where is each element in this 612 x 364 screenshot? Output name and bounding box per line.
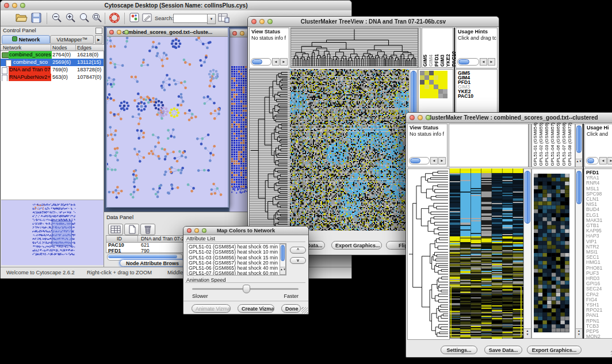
dialog-button[interactable]: Done bbox=[281, 304, 301, 313]
main-title-bar[interactable]: Cytoscape Desktop (Session Name: collins… bbox=[1, 1, 351, 11]
attribute-listbox[interactable]: GPL51-01 (GSM854) heat shock 05 minGPL51… bbox=[187, 243, 286, 275]
column-label[interactable]: PFD1 bbox=[434, 54, 439, 67]
zoom-window-icon[interactable] bbox=[426, 115, 431, 120]
dialog-title-bar[interactable]: Map Colors to Network bbox=[183, 227, 308, 235]
new-attribute-icon[interactable] bbox=[124, 224, 139, 235]
table-mode-icon[interactable] bbox=[108, 224, 123, 235]
close-icon[interactable] bbox=[4, 3, 9, 8]
zoom-out-icon[interactable] bbox=[51, 12, 63, 26]
view-status-scrollbar[interactable]: ◀▶ bbox=[251, 58, 288, 66]
heatmap-canvas[interactable] bbox=[290, 69, 409, 231]
close-icon[interactable] bbox=[187, 228, 192, 233]
column-dendrogram-panel[interactable] bbox=[449, 124, 529, 167]
tab-network[interactable]: Network bbox=[2, 35, 50, 44]
zoom-in-icon[interactable] bbox=[65, 12, 76, 26]
scroll-left-icon[interactable]: ◀ bbox=[430, 157, 438, 164]
delete-attribute-trash-icon[interactable] bbox=[140, 224, 155, 235]
column-label[interactable]: YKE2 bbox=[446, 54, 451, 67]
close-icon[interactable] bbox=[232, 31, 237, 36]
attribute-browser-icon[interactable] bbox=[218, 12, 230, 26]
heatmap-vscrollbar[interactable]: ▲▼ bbox=[523, 168, 531, 339]
minimize-icon[interactable] bbox=[117, 30, 121, 35]
column-labels-vscrollbar[interactable]: ▲▼ bbox=[575, 124, 583, 167]
scroll-left-icon[interactable]: ◀ bbox=[480, 58, 487, 66]
zoom-window-icon[interactable] bbox=[20, 3, 25, 8]
attribute-list-vscrollbar[interactable]: ▲▼ bbox=[280, 244, 286, 275]
save-icon[interactable] bbox=[30, 12, 42, 26]
tab-vizmapper[interactable]: VizMapper™ bbox=[50, 35, 94, 44]
column-label[interactable]: GPL51-08 (GSM872) bbox=[567, 122, 572, 166]
scroll-left-icon[interactable]: ◀ bbox=[272, 58, 280, 66]
resize-grip[interactable] bbox=[301, 307, 308, 313]
column-label[interactable]: GPL51-01 (GSM854) bbox=[533, 122, 538, 166]
close-icon[interactable] bbox=[109, 30, 114, 35]
column-label[interactable]: GPL51-03 (GSM856) bbox=[544, 122, 549, 166]
scroll-left-icon[interactable]: ◀ bbox=[599, 157, 607, 164]
help-icon[interactable] bbox=[109, 12, 120, 26]
zoom-window-icon[interactable] bbox=[124, 30, 129, 35]
node-attribute-browser-button[interactable]: Node Attribute Brows bbox=[120, 259, 185, 267]
float-panel-icon[interactable] bbox=[95, 28, 102, 34]
row-label[interactable]: PAC10 bbox=[458, 94, 497, 98]
window-controls[interactable] bbox=[410, 115, 431, 120]
network-canvas[interactable] bbox=[107, 37, 228, 207]
usage-hints-scrollbar[interactable]: ◀▶ bbox=[457, 58, 495, 66]
network-table-row[interactable]: DNA and Tran 07 769(0) 183728(0) bbox=[1, 66, 104, 74]
open-network-icon[interactable] bbox=[15, 12, 28, 26]
close-icon[interactable] bbox=[410, 115, 415, 120]
scroll-right-icon[interactable]: ▶ bbox=[607, 157, 612, 164]
gene-label[interactable]: MON2 bbox=[586, 334, 612, 339]
birdseye-view[interactable] bbox=[1, 200, 104, 265]
annotation-icon[interactable] bbox=[142, 12, 152, 26]
zoom-fit-icon[interactable] bbox=[91, 12, 103, 26]
gene-list-vscrollbar[interactable]: ▲▼ bbox=[575, 168, 583, 339]
more-tabs-button[interactable]: ▶ bbox=[95, 35, 102, 44]
dialog-button[interactable]: Animate Vizmap bbox=[192, 304, 231, 313]
search-input[interactable] bbox=[173, 14, 208, 23]
window-controls[interactable] bbox=[109, 30, 129, 35]
zoom-window-icon[interactable] bbox=[267, 19, 273, 24]
treeview2-button[interactable]: Save Data... bbox=[484, 346, 522, 354]
network-table-row[interactable]: combined_scores 2764(0) 16218(0) bbox=[1, 51, 104, 59]
column-label[interactable]: GIM5 bbox=[423, 55, 428, 67]
scroll-right-icon[interactable]: ▶ bbox=[488, 58, 495, 66]
speed-slider-thumb[interactable] bbox=[243, 285, 250, 293]
window-controls[interactable] bbox=[187, 228, 206, 233]
heatmap-global-canvas[interactable] bbox=[450, 168, 523, 339]
view-status-scrollbar[interactable]: ◀▶ bbox=[409, 157, 446, 164]
column-label[interactable]: GPL51-07 (GSM868) bbox=[561, 122, 567, 166]
row-dendrogram[interactable] bbox=[249, 69, 290, 232]
zoom-window-icon[interactable] bbox=[202, 228, 206, 233]
minimize-icon[interactable] bbox=[418, 115, 423, 120]
column-label[interactable]: GPL51-02 (GSM855) bbox=[538, 122, 544, 166]
minimize-icon[interactable] bbox=[12, 3, 17, 8]
vizmapper-icon[interactable] bbox=[129, 12, 140, 26]
attribute-list-item[interactable]: GPL51-07 (GSM868) heat shock 60 min bbox=[189, 271, 286, 275]
row-dendrogram[interactable] bbox=[407, 168, 450, 340]
column-dendrogram[interactable] bbox=[290, 28, 418, 68]
move-up-button[interactable]: ^ bbox=[290, 247, 306, 254]
treeview1-title-bar[interactable]: ClusterMaker TreeView : DNA and Tran 07-… bbox=[248, 17, 499, 27]
treeview2-button[interactable]: Settings... bbox=[441, 346, 477, 354]
search-dropdown-arrow-icon[interactable]: ▼ bbox=[207, 14, 216, 24]
scroll-right-icon[interactable]: ▶ bbox=[280, 58, 288, 66]
network-table-row[interactable]: RNAPuberNov2+ 563(0) 107847(0) bbox=[1, 74, 104, 81]
column-label[interactable]: GIM4 bbox=[429, 55, 434, 67]
heatmap-zoom-canvas[interactable] bbox=[534, 174, 569, 332]
minimize-icon[interactable] bbox=[259, 19, 265, 24]
window-controls[interactable] bbox=[251, 19, 273, 24]
window-controls[interactable] bbox=[4, 3, 25, 8]
minimize-icon[interactable] bbox=[240, 31, 244, 36]
treeview2-title-bar[interactable]: ClusterMaker TreeView : combined_scores_… bbox=[406, 113, 612, 123]
dialog-button[interactable]: Create Vizmap bbox=[238, 304, 274, 313]
usage-hints-scrollbar[interactable]: ◀▶ bbox=[586, 157, 612, 164]
column-label[interactable]: GIM3 bbox=[440, 55, 445, 67]
column-label[interactable]: GPL51-04 (GSM857) bbox=[550, 122, 555, 166]
zoom-selected-icon[interactable] bbox=[79, 12, 90, 26]
treeview1-button[interactable]: Export Graphics... bbox=[331, 241, 382, 250]
mini-matrix-heatmap[interactable] bbox=[420, 71, 447, 98]
column-label[interactable]: GPL51-06 (GSM865) bbox=[556, 122, 561, 166]
column-header-id[interactable]: ID bbox=[117, 236, 122, 242]
move-down-button[interactable]: v bbox=[290, 257, 306, 264]
column-splitter[interactable] bbox=[418, 28, 421, 68]
